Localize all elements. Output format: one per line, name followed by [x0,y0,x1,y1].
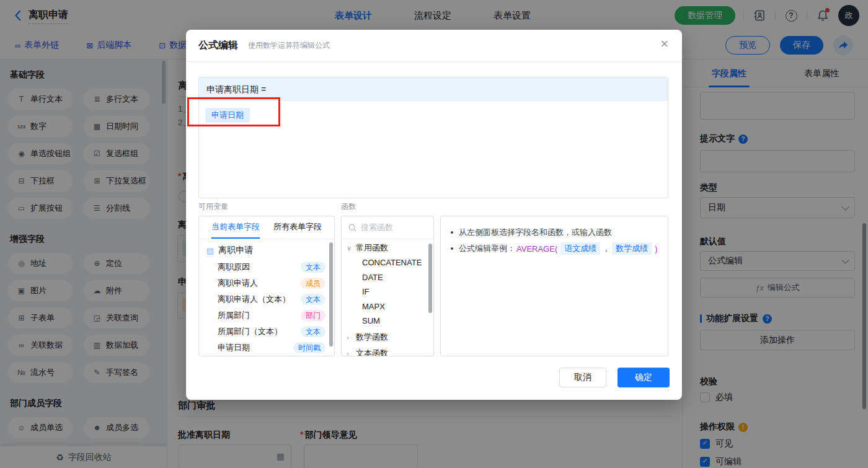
function-list: CONCATENATEDATEIFMAPXSUM [342,255,433,329]
variables-scrollbar[interactable] [329,242,333,347]
chevron-right-icon: › [347,333,352,341]
func-group-text[interactable]: ›文本函数 [342,346,433,357]
tip-line: 从左侧面板选择字段名和函数，或输入函数 [451,224,658,241]
type-badge: 时间戳 [293,342,326,353]
type-badge: 文本 [301,262,326,273]
variables-label: 可用变量 [198,201,228,212]
document-icon: ▤ [206,246,214,255]
variable-row[interactable]: 离职申请人（文本） 文本 [199,291,334,307]
example-field-chip: 语文成绩 [560,242,600,255]
formula-editor[interactable]: 申请离职日期 = 申请日期 [198,77,668,198]
example-field-chip: 数学成绩 [612,242,652,255]
function-item[interactable]: CONCATENATE [342,255,433,270]
function-item[interactable]: MAPX [342,299,433,314]
dialog-header: 公式编辑 使用数学运算符编辑公式 × [186,30,682,62]
type-badge: 文本 [301,294,326,305]
red-highlight-annotation [187,97,280,126]
app-root: 离职申请 表单设计 流程设定 表单设置 数据管理 ? [0,0,868,468]
variable-row[interactable]: 申请日期 时间戳 [199,340,334,356]
type-badge: 文本 [301,326,326,337]
function-item[interactable]: IF [342,285,433,299]
variable-row[interactable]: 所属部门（文本） 文本 [199,324,334,340]
function-item[interactable]: SUM [342,314,433,329]
func-group-math[interactable]: ›数学函数 [342,330,433,345]
function-item[interactable]: DATE [342,270,433,285]
variable-row[interactable]: 离职申请人 成员 [199,275,334,291]
tip-example-line: 公式编辑举例：AVERAGE(语文成绩，数学成绩) [451,241,658,257]
dialog-subtitle: 使用数学运算符编辑公式 [248,40,330,51]
type-badge: 成员 [301,278,326,289]
variables-panel: 当前表单字段 所有表单字段 ▤ 离职申请 离职原因 文本 离职申请人 成员 [198,216,335,356]
variables-list: 离职原因 文本 离职申请人 成员 离职申请人（文本） 文本 所属部门 [199,259,334,356]
dialog-footer: 取消 确定 [559,368,670,387]
cancel-button[interactable]: 取消 [559,368,606,387]
functions-label: 函数 [341,201,356,212]
tab-all-form-fields[interactable]: 所有表单字段 [273,216,322,239]
close-icon[interactable]: × [660,37,668,51]
chevron-right-icon: › [347,350,352,357]
search-icon [348,223,357,232]
functions-panel: 搜索函数 ∨常用函数 CONCATENATEDATEIFMAPXSUM ›数学函… [341,216,434,356]
func-group-common[interactable]: ∨常用函数 [342,241,433,255]
type-badge: 部门 [301,310,326,321]
confirm-button[interactable]: 确定 [618,368,670,387]
form-tree-root[interactable]: ▤ 离职申请 [199,242,334,259]
functions-scrollbar[interactable] [428,244,432,313]
function-search-input[interactable]: 搜索函数 [342,216,433,239]
variable-row[interactable]: 所属部门 部门 [199,307,334,324]
tips-panel: 从左侧面板选择字段名和函数，或输入函数 公式编辑举例：AVERAGE(语文成绩，… [440,216,668,356]
variable-row[interactable]: 离职原因 文本 [199,259,334,275]
dialog-title: 公式编辑 [198,39,238,52]
formula-edit-dialog: 公式编辑 使用数学运算符编辑公式 × 申请离职日期 = 申请日期 可用变量 函数… [186,30,682,400]
chevron-down-icon: ∨ [347,244,352,252]
tab-current-form-fields[interactable]: 当前表单字段 [211,216,260,239]
